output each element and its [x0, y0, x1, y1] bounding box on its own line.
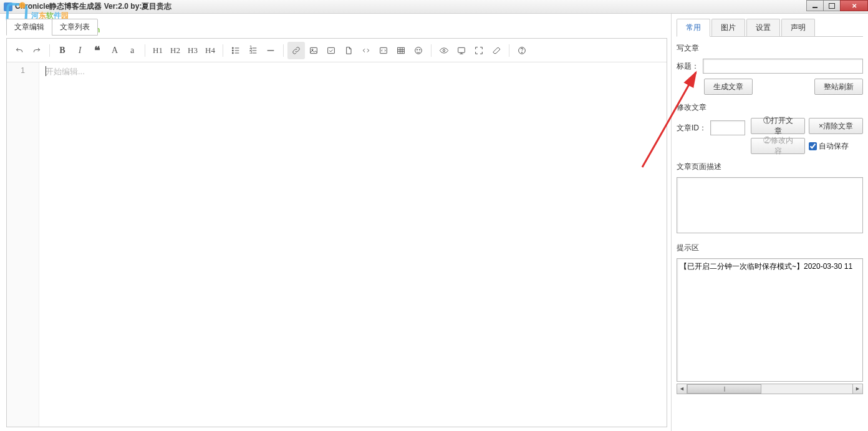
file-icon[interactable] [340, 42, 357, 59]
eye-icon[interactable] [435, 42, 453, 59]
bold-icon[interactable]: B [54, 42, 71, 59]
tab-article-list[interactable]: 文章列表 [52, 19, 98, 36]
clear-article-button[interactable]: ×清除文章 [809, 118, 863, 134]
editor-textarea[interactable]: 开始编辑... [39, 62, 667, 427]
svg-rect-17 [398, 47, 405, 53]
h2-button[interactable]: H2 [166, 42, 184, 59]
h4-button[interactable]: H4 [201, 42, 219, 59]
generate-article-button[interactable]: 生成文章 [704, 79, 753, 95]
undo-icon[interactable] [11, 42, 28, 59]
article-id-input[interactable] [710, 120, 745, 135]
site-refresh-button[interactable]: 整站刷新 [814, 79, 863, 95]
app-icon [4, 2, 12, 11]
link-icon[interactable] [287, 42, 305, 59]
code-icon[interactable] [357, 42, 375, 59]
ref-image-icon[interactable] [322, 42, 340, 59]
desc-section: 文章页面描述 [677, 162, 863, 235]
title-input[interactable] [703, 59, 863, 74]
svg-rect-26 [458, 47, 465, 52]
lowercase-a-icon[interactable]: a [123, 42, 141, 59]
editor-frame: B I ❝ A a H1 H2 H3 H4 123 [6, 38, 667, 427]
svg-point-4 [232, 52, 233, 54]
svg-point-24 [419, 49, 420, 50]
help-icon[interactable] [513, 42, 531, 59]
svg-point-25 [443, 49, 445, 51]
image-icon[interactable] [305, 42, 322, 59]
fullscreen-icon[interactable] [470, 42, 488, 59]
close-button[interactable] [840, 0, 868, 11]
tips-section: 提示区 【已开启二分钟一次临时保存模式~】2020-03-30 11 ◄ ► [677, 243, 863, 394]
write-section: 写文章 标题： 生成文章 整站刷新 [677, 43, 863, 95]
svg-point-30 [521, 52, 522, 52]
ol-icon[interactable]: 123 [244, 42, 262, 59]
svg-rect-13 [311, 47, 317, 53]
svg-point-2 [232, 50, 233, 51]
tab-statement[interactable]: 声明 [781, 19, 815, 36]
autosave-checkbox[interactable]: 自动保存 [809, 138, 863, 154]
tab-settings[interactable]: 设置 [746, 19, 780, 36]
autosave-checkbox-input[interactable] [809, 142, 817, 150]
line-gutter: 1 [7, 62, 39, 427]
minimize-button[interactable] [806, 0, 824, 11]
open-article-button[interactable]: ①打开文章 [751, 118, 805, 134]
article-id-label: 文章ID： [677, 123, 706, 133]
tips-scrollbar[interactable]: ◄ ► [677, 383, 863, 394]
codeblock-icon[interactable] [375, 42, 392, 59]
eraser-icon[interactable] [488, 42, 505, 59]
svg-point-0 [232, 47, 233, 49]
window-title: Chronicle静态博客生成器 Ver:2.0 by:夏目贵志 [15, 1, 171, 12]
italic-icon[interactable]: I [71, 42, 89, 59]
svg-point-23 [417, 49, 417, 50]
scroll-track[interactable] [687, 384, 852, 394]
tab-common[interactable]: 常用 [677, 19, 710, 37]
side-tabs: 常用 图片 设置 声明 [677, 19, 863, 37]
emoji-icon[interactable] [410, 42, 427, 59]
quote-icon[interactable]: ❝ [89, 42, 106, 59]
scroll-right-icon[interactable]: ► [852, 384, 863, 394]
modify-section: 修改文章 文章ID： ①打开文章 ×清除文章 ②修改内容 自动保存 [677, 102, 863, 154]
tips-box: 【已开启二分钟一次临时保存模式~】2020-03-30 11 [677, 258, 863, 382]
window-controls [807, 0, 868, 11]
scroll-left-icon[interactable]: ◄ [677, 384, 687, 394]
preview-icon[interactable] [453, 42, 470, 59]
tab-edit-article[interactable]: 文章编辑 [6, 19, 52, 36]
editor-toolbar: B I ❝ A a H1 H2 H3 H4 123 [7, 39, 667, 62]
svg-text:3: 3 [249, 49, 253, 55]
tab-image[interactable]: 图片 [711, 19, 745, 36]
scroll-thumb[interactable] [687, 384, 761, 394]
ul-icon[interactable] [227, 42, 244, 59]
font-a-icon[interactable]: A [106, 42, 123, 59]
editor-tabs: 文章编辑 文章列表 [6, 19, 667, 36]
h3-button[interactable]: H3 [184, 42, 201, 59]
redo-icon[interactable] [28, 42, 46, 59]
window-titlebar: Chronicle静态博客生成器 Ver:2.0 by:夏目贵志 [0, 0, 868, 14]
title-label: 标题： [677, 61, 699, 72]
h1-button[interactable]: H1 [149, 42, 166, 59]
description-textarea[interactable] [677, 177, 863, 233]
edit-content-button[interactable]: ②修改内容 [751, 138, 805, 154]
hr-icon[interactable] [262, 42, 279, 59]
svg-rect-15 [328, 47, 335, 53]
maximize-button[interactable] [823, 0, 841, 11]
table-icon[interactable] [392, 42, 410, 59]
